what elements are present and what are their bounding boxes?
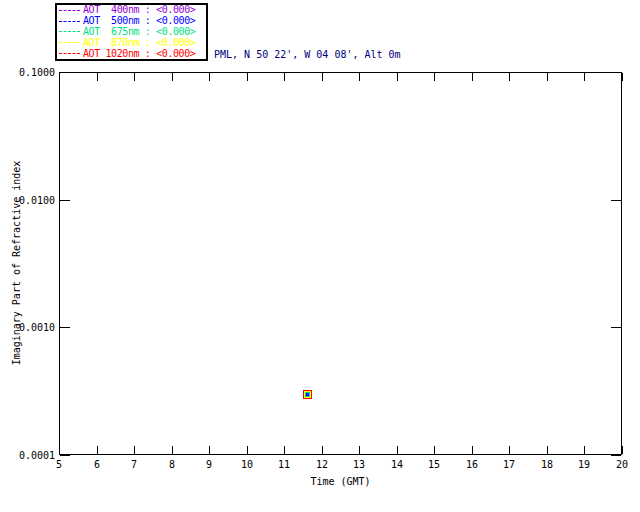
x-tick-top [622, 73, 623, 81]
x-tick-bottom [59, 446, 60, 454]
x-tick-bottom [547, 446, 548, 454]
x-tick-top [284, 73, 285, 81]
x-tick-top [472, 73, 473, 81]
x-tick-bottom [322, 446, 323, 454]
legend-item: AOT 500nm : <0.000> [59, 16, 204, 26]
y-tick-left [60, 455, 70, 456]
site-info: PML, N 50 22', W 04 08', Alt 0m [214, 45, 401, 65]
x-tick-label: 9 [194, 459, 224, 470]
legend-dash-sample [59, 42, 80, 43]
x-tick-bottom [584, 446, 585, 454]
legend-dash-sample [59, 31, 80, 32]
x-tick-bottom [97, 446, 98, 454]
x-tick-bottom [472, 446, 473, 454]
y-tick-label: 0.0001 [12, 450, 55, 461]
x-tick-top [434, 73, 435, 81]
y-tick-label: 0.1000 [12, 67, 55, 78]
x-tick-bottom [209, 446, 210, 454]
x-tick-label: 16 [457, 459, 487, 470]
legend-dash-sample [59, 10, 80, 11]
legend-item: AOT 400nm : <0.000> [59, 5, 204, 15]
x-tick-top [397, 73, 398, 81]
legend-item: AOT 675nm : <0.000> [59, 27, 204, 37]
x-tick-top [209, 73, 210, 81]
x-tick-label: 14 [382, 459, 412, 470]
x-tick-bottom [247, 446, 248, 454]
x-tick-bottom [397, 446, 398, 454]
x-tick-label: 17 [494, 459, 524, 470]
x-tick-top [359, 73, 360, 81]
legend-box: AOT 400nm : <0.000>AOT 500nm : <0.000>AO… [55, 3, 208, 61]
x-tick-top [172, 73, 173, 81]
x-tick-label: 10 [232, 459, 262, 470]
legend-item-label: AOT 500nm : <0.000> [83, 16, 195, 26]
x-tick-bottom [284, 446, 285, 454]
x-tick-label: 19 [569, 459, 599, 470]
y-tick-right [611, 72, 621, 73]
legend-dash-sample [59, 53, 80, 54]
y-tick-label: 0.0100 [12, 195, 55, 206]
x-tick-top [584, 73, 585, 81]
x-tick-top [322, 73, 323, 81]
x-axis-title: Time (GMT) [280, 476, 401, 487]
plot-canvas: AOT 400nm : <0.000>AOT 500nm : <0.000>AO… [0, 0, 640, 512]
x-tick-bottom [509, 446, 510, 454]
x-tick-label: 12 [307, 459, 337, 470]
x-tick-label: 11 [269, 459, 299, 470]
x-tick-bottom [172, 446, 173, 454]
x-tick-top [134, 73, 135, 81]
x-tick-top [59, 73, 60, 81]
y-tick-left [60, 200, 70, 201]
x-tick-bottom [359, 446, 360, 454]
legend-item-label: AOT 400nm : <0.000> [83, 5, 195, 15]
x-tick-label: 7 [119, 459, 149, 470]
data-point-marker [307, 394, 308, 395]
y-tick-right [611, 455, 621, 456]
plot-area [59, 72, 622, 455]
legend-item: AOT 1020nm : <0.000> [59, 49, 204, 59]
x-tick-label: 15 [419, 459, 449, 470]
x-tick-label: 20 [607, 459, 637, 470]
x-tick-label: 8 [157, 459, 187, 470]
x-tick-bottom [434, 446, 435, 454]
y-tick-label: 0.0010 [12, 322, 55, 333]
y-tick-left [60, 72, 70, 73]
x-tick-top [547, 73, 548, 81]
x-tick-bottom [622, 446, 623, 454]
y-tick-right [611, 200, 621, 201]
legend-item-label: AOT 675nm : <0.000> [83, 27, 195, 37]
y-tick-right [611, 327, 621, 328]
x-tick-top [97, 73, 98, 81]
x-tick-label: 6 [82, 459, 112, 470]
x-tick-top [247, 73, 248, 81]
x-tick-label: 18 [532, 459, 562, 470]
y-axis-title: Imaginary Part of Refractive index [11, 161, 22, 366]
legend-item: AOT 870nm : <0.000> [59, 38, 204, 48]
x-tick-label: 13 [344, 459, 374, 470]
x-tick-top [509, 73, 510, 81]
x-tick-bottom [134, 446, 135, 454]
legend-item-label: AOT 1020nm : <0.000> [83, 49, 195, 59]
legend-dash-sample [59, 21, 80, 22]
y-tick-left [60, 327, 70, 328]
legend-item-label: AOT 870nm : <0.000> [83, 38, 195, 48]
